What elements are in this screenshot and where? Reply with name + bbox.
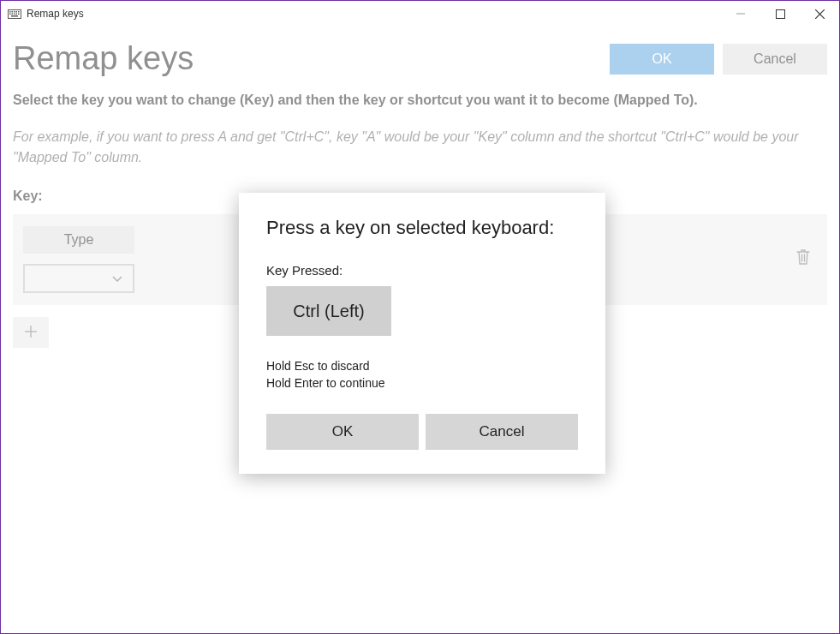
svg-rect-4 [16, 11, 18, 13]
maximize-button[interactable] [760, 1, 800, 27]
hint-continue: Hold Enter to continue [266, 375, 578, 392]
svg-rect-8 [14, 13, 15, 15]
minimize-button[interactable] [721, 1, 760, 27]
dialog-hint: Hold Esc to discard Hold Enter to contin… [266, 358, 578, 392]
hint-discard: Hold Esc to discard [266, 358, 578, 375]
svg-rect-3 [14, 11, 15, 13]
window-title: Remap keys [27, 8, 84, 20]
keypressed-label: Key Pressed: [266, 263, 578, 278]
dialog-ok-button[interactable]: OK [266, 414, 419, 450]
svg-rect-1 [9, 11, 11, 13]
key-press-dialog: Press a key on selected keyboard: Key Pr… [239, 193, 605, 474]
svg-rect-13 [776, 9, 784, 18]
dialog-title: Press a key on selected keyboard: [266, 217, 578, 239]
window-controls [721, 1, 839, 27]
svg-rect-9 [16, 13, 18, 15]
dialog-buttons: OK Cancel [266, 414, 578, 450]
svg-rect-2 [12, 11, 14, 13]
keyboard-icon [8, 9, 21, 19]
close-button[interactable] [800, 1, 839, 27]
svg-rect-10 [18, 13, 20, 15]
dialog-cancel-button[interactable]: Cancel [426, 414, 578, 450]
svg-rect-6 [9, 13, 11, 15]
titlebar: Remap keys [1, 1, 839, 27]
svg-rect-11 [11, 15, 18, 17]
keypressed-value: Ctrl (Left) [266, 286, 391, 336]
svg-rect-5 [18, 11, 20, 13]
svg-rect-7 [12, 13, 14, 15]
